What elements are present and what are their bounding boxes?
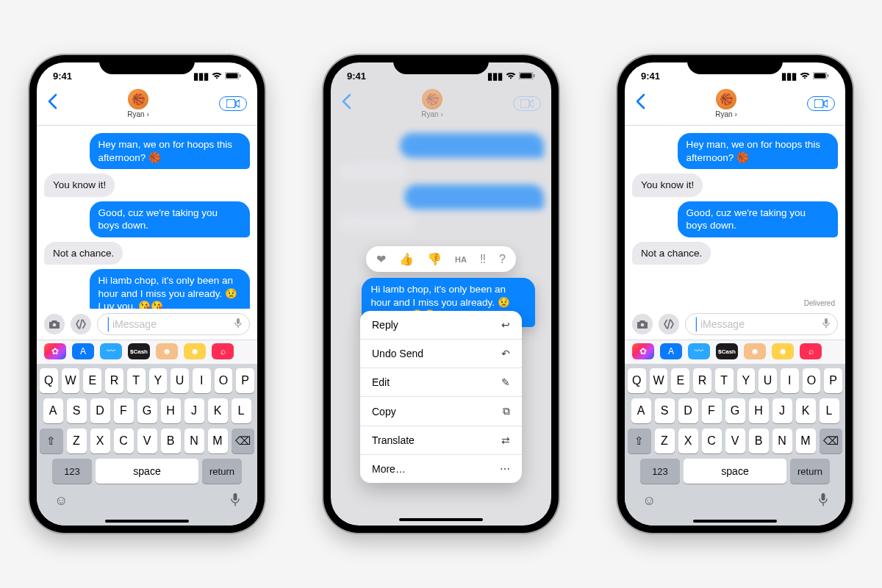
key[interactable]: X <box>678 429 698 453</box>
app-cash[interactable]: $Cash <box>128 343 150 359</box>
key[interactable]: H <box>161 398 181 423</box>
facetime-button[interactable] <box>219 96 247 111</box>
key[interactable]: G <box>725 398 745 423</box>
app-search[interactable]: ⌕ <box>212 343 234 359</box>
key[interactable]: U <box>759 368 777 393</box>
mic-key[interactable] <box>231 493 240 510</box>
apps-button[interactable] <box>71 314 91 334</box>
app-strip[interactable]: ✿ A 〰 $Cash ☻ ☻ ⌕ <box>625 340 845 364</box>
key[interactable]: A <box>631 398 651 423</box>
key[interactable]: L <box>232 398 251 423</box>
key[interactable]: D <box>678 398 698 423</box>
key[interactable]: G <box>137 398 157 423</box>
key[interactable]: V <box>725 429 745 453</box>
back-button[interactable] <box>635 93 645 114</box>
app-audio[interactable]: 〰 <box>100 343 122 359</box>
home-indicator[interactable] <box>399 518 483 521</box>
key[interactable]: Z <box>67 429 87 453</box>
key[interactable]: C <box>114 429 134 453</box>
camera-button[interactable] <box>44 314 65 334</box>
key[interactable]: K <box>796 398 816 423</box>
menu-copy[interactable]: Copy ⧉ <box>360 397 522 426</box>
return-key[interactable]: return <box>790 459 830 484</box>
shift-key[interactable]: ⇧ <box>40 429 63 453</box>
key[interactable]: S <box>67 398 87 423</box>
key[interactable]: V <box>137 429 157 453</box>
message-input[interactable]: │iMessage <box>97 313 250 335</box>
app-search[interactable]: ⌕ <box>800 343 822 359</box>
tapback-haha[interactable]: HA <box>455 255 467 264</box>
space-key[interactable]: space <box>684 459 786 484</box>
key[interactable]: W <box>62 368 80 393</box>
app-memoji[interactable]: ☻ <box>156 343 178 359</box>
key[interactable]: I <box>781 368 799 393</box>
return-key[interactable]: return <box>202 459 242 484</box>
menu-undo-send[interactable]: Undo Send ↶ <box>360 340 522 368</box>
key[interactable]: P <box>824 368 842 393</box>
app-photos[interactable]: ✿ <box>632 343 654 359</box>
message-sent[interactable]: Hi lamb chop, it's only been an hour and… <box>90 269 250 309</box>
tapback-bar[interactable]: ❤︎ 👍 👎 HA ‼︎ ? <box>366 246 516 272</box>
message-input[interactable]: │iMessage <box>685 313 838 335</box>
key[interactable]: O <box>215 368 233 393</box>
emoji-key[interactable]: ☺ <box>642 493 656 510</box>
menu-translate[interactable]: Translate ⇄ <box>360 426 522 455</box>
key[interactable]: W <box>650 368 668 393</box>
key[interactable]: Q <box>40 368 58 393</box>
key[interactable]: J <box>772 398 792 423</box>
key[interactable]: R <box>693 368 711 393</box>
key[interactable]: D <box>90 398 110 423</box>
message-received[interactable]: You know it! <box>44 173 115 197</box>
numbers-key[interactable]: 123 <box>52 459 92 484</box>
shift-key[interactable]: ⇧ <box>628 429 651 453</box>
dictate-icon[interactable] <box>822 318 830 331</box>
keyboard[interactable]: Q W E R T Y U I O P A S D F G H J K L <box>625 364 845 526</box>
tapback-question[interactable]: ? <box>499 253 506 266</box>
message-sent[interactable]: Hey man, we on for hoops this afternoon?… <box>90 133 250 169</box>
app-cash[interactable]: $Cash <box>716 343 738 359</box>
emoji-key[interactable]: ☺ <box>54 493 68 510</box>
key[interactable]: H <box>749 398 769 423</box>
key[interactable]: E <box>83 368 101 393</box>
key[interactable]: X <box>90 429 110 453</box>
message-list[interactable]: Hey man, we on for hoops this afternoon?… <box>37 126 257 309</box>
app-audio[interactable]: 〰 <box>688 343 710 359</box>
tapback-heart[interactable]: ❤︎ <box>376 252 386 266</box>
key[interactable]: F <box>114 398 134 423</box>
key[interactable]: O <box>803 368 821 393</box>
message-received[interactable]: You know it! <box>632 173 703 197</box>
key[interactable]: N <box>184 429 204 453</box>
contact-header[interactable]: 🏀 Ryan › <box>715 89 736 118</box>
key[interactable]: A <box>43 398 63 423</box>
facetime-button[interactable] <box>807 96 835 111</box>
backspace-key[interactable]: ⌫ <box>820 429 843 453</box>
key[interactable]: M <box>208 429 228 453</box>
backspace-key[interactable]: ⌫ <box>232 429 255 453</box>
key[interactable]: E <box>671 368 689 393</box>
key[interactable]: S <box>655 398 675 423</box>
menu-reply[interactable]: Reply ↩︎ <box>360 311 522 340</box>
key[interactable]: P <box>236 368 254 393</box>
apps-button[interactable] <box>659 314 679 334</box>
key[interactable]: J <box>184 398 204 423</box>
key[interactable]: L <box>820 398 839 423</box>
key[interactable]: R <box>105 368 123 393</box>
app-memoji[interactable]: ☻ <box>744 343 766 359</box>
message-sent[interactable]: Hey man, we on for hoops this afternoon?… <box>678 133 838 169</box>
message-sent[interactable]: Good, cuz we're taking you boys down. <box>90 201 250 237</box>
app-memoji2[interactable]: ☻ <box>184 343 206 359</box>
key[interactable]: N <box>772 429 792 453</box>
key[interactable]: T <box>127 368 146 393</box>
key[interactable]: U <box>171 368 189 393</box>
dictate-icon[interactable] <box>234 318 242 331</box>
menu-edit[interactable]: Edit ✎ <box>360 368 522 397</box>
camera-button[interactable] <box>632 314 653 334</box>
app-strip[interactable]: ✿ A 〰 $Cash ☻ ☻ ⌕ <box>37 340 257 364</box>
key[interactable]: Z <box>655 429 675 453</box>
menu-more[interactable]: More… ⋯ <box>360 455 522 483</box>
key[interactable]: T <box>715 368 734 393</box>
home-indicator[interactable] <box>693 520 777 523</box>
space-key[interactable]: space <box>96 459 198 484</box>
mic-key[interactable] <box>819 493 828 510</box>
key[interactable]: F <box>702 398 722 423</box>
